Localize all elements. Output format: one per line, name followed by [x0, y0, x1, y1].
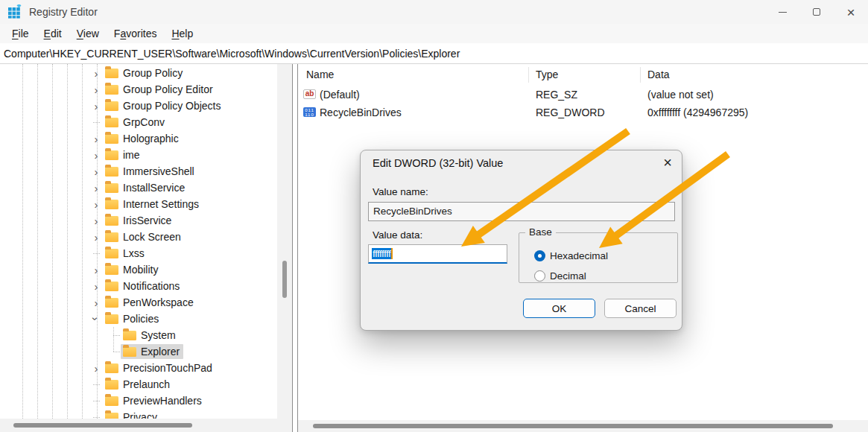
selected-text: ffffffff	[372, 248, 393, 259]
tree-item-notifications[interactable]: ›Notifications	[0, 278, 277, 294]
tree-item-lxss[interactable]: Lxss	[0, 245, 277, 261]
menu-edit[interactable]: Edit	[37, 28, 69, 39]
chevron-right-icon[interactable]: ›	[89, 180, 103, 196]
tree-item-policies[interactable]: ›Policies	[0, 311, 277, 327]
tree-item-group-policy-editor[interactable]: ›Group Policy Editor	[0, 81, 277, 98]
maximize-button[interactable]	[799, 0, 834, 24]
tree-horizontal-scrollbar[interactable]	[0, 419, 292, 432]
chevron-right-icon[interactable]: ›	[89, 212, 103, 229]
tree-item-group-policy[interactable]: ›Group Policy	[0, 65, 277, 81]
chevron-right-icon[interactable]: ›	[89, 163, 103, 180]
menu-view[interactable]: View	[69, 28, 107, 39]
radio-selected-icon	[534, 250, 545, 261]
tree-item-label: Lock Screen	[123, 231, 181, 243]
tree-item-lock-screen[interactable]: ›Lock Screen	[0, 229, 277, 245]
edit-dword-dialog: Edit DWORD (32-bit) Value × Value name: …	[360, 150, 682, 331]
dialog-close-button[interactable]: ×	[663, 154, 672, 171]
address-bar[interactable]: Computer\HKEY_CURRENT_USER\Software\Micr…	[0, 43, 868, 64]
tree-vertical-scrollbar-thumb[interactable]	[282, 261, 287, 298]
tree-item-penworkspace[interactable]: ›PenWorkspace	[0, 294, 277, 311]
ok-button[interactable]: OK	[523, 299, 595, 318]
chevron-right-icon[interactable]: ›	[89, 81, 103, 98]
tree-connector	[89, 245, 103, 261]
tree-item-privacy[interactable]: Privacy	[0, 409, 277, 419]
menu-bar: File Edit View Favorites Help	[0, 24, 868, 43]
chevron-right-icon[interactable]: ›	[89, 147, 103, 163]
radio-decimal[interactable]: Decimal	[534, 269, 586, 282]
tree-item-label: System	[141, 329, 176, 341]
folder-icon	[105, 380, 118, 390]
chevron-right-icon[interactable]: ›	[89, 360, 103, 376]
tree-item-system[interactable]: System	[0, 327, 277, 343]
folder-icon	[123, 347, 136, 357]
tree-item-label: Holographic	[123, 133, 179, 144]
menu-file[interactable]: File	[4, 28, 37, 39]
value-data-label: Value data:	[373, 229, 422, 241]
chevron-right-icon[interactable]: ›	[89, 294, 103, 311]
tree-item-group-policy-objects[interactable]: ›Group Policy Objects	[0, 98, 277, 114]
value-row-recyclebindrives[interactable]: 011110 RecycleBinDrives REG_DWORD 0xffff…	[298, 104, 868, 121]
folder-icon	[105, 265, 118, 275]
column-header-type[interactable]: Type	[536, 69, 558, 80]
column-header-data[interactable]: Data	[647, 69, 670, 80]
minimize-icon	[779, 12, 787, 13]
tree-item-irisservice[interactable]: ›IrisService	[0, 212, 277, 229]
tree-item-installservice[interactable]: ›InstallService	[0, 180, 277, 196]
close-button[interactable]: ×	[834, 0, 868, 24]
value-data-input[interactable]: ffffffff	[368, 244, 507, 264]
tree-item-ime[interactable]: ›ime	[0, 147, 277, 163]
tree-connector	[112, 343, 121, 360]
tree-horizontal-scrollbar-thumb[interactable]	[13, 423, 192, 428]
chevron-right-icon[interactable]: ›	[89, 278, 103, 294]
chevron-right-icon[interactable]: ›	[89, 130, 103, 147]
tree-item-label: Mobility	[123, 264, 158, 276]
folder-icon	[105, 413, 118, 419]
folder-icon	[105, 150, 118, 160]
tree-item-label: ime	[123, 149, 140, 161]
minimize-button[interactable]	[765, 0, 799, 24]
column-separator[interactable]	[528, 67, 529, 83]
chevron-right-icon[interactable]: ›	[89, 261, 103, 278]
folder-icon	[105, 232, 118, 242]
menu-favorites[interactable]: Favorites	[107, 28, 165, 39]
tree-item-prelaunch[interactable]: Prelaunch	[0, 376, 277, 393]
value-name-input[interactable]: RecycleBinDrives	[368, 202, 675, 221]
list-horizontal-scrollbar[interactable]	[298, 420, 868, 432]
tree-item-grpconv[interactable]: GrpConv	[0, 114, 277, 130]
tree-item-previewhandlers[interactable]: PreviewHandlers	[0, 393, 277, 409]
tree-item-internet-settings[interactable]: ›Internet Settings	[0, 196, 277, 212]
registry-tree-pane: ›Group Policy›Group Policy Editor›Group …	[0, 64, 293, 432]
folder-icon	[105, 69, 118, 78]
value-data: 0xffffffff (4294967295)	[647, 104, 748, 121]
tree-item-label: Notifications	[123, 280, 180, 292]
base-group: Base Hexadecimal Decimal	[519, 232, 678, 283]
chevron-right-icon[interactable]: ›	[89, 98, 103, 114]
tree-item-explorer[interactable]: Explorer	[0, 343, 277, 360]
radio-hexadecimal[interactable]: Hexadecimal	[534, 249, 608, 262]
tree-connector	[112, 327, 121, 343]
chevron-right-icon[interactable]: ›	[89, 196, 103, 212]
tree-item-label: Explorer	[141, 346, 180, 358]
cancel-button[interactable]: Cancel	[604, 299, 677, 318]
tree-item-mobility[interactable]: ›Mobility	[0, 261, 277, 278]
list-horizontal-scrollbar-thumb[interactable]	[313, 424, 833, 428]
tree-item-immersiveshell[interactable]: ›ImmersiveShell	[0, 163, 277, 180]
tree-item-label: Lxss	[123, 247, 145, 259]
tree-vertical-scrollbar[interactable]	[277, 64, 292, 419]
column-separator[interactable]	[640, 67, 641, 83]
value-row-default[interactable]: ab (Default) REG_SZ (value not set)	[298, 86, 868, 104]
tree-item-precisiontouchpad[interactable]: ›PrecisionTouchPad	[0, 360, 277, 376]
menu-help[interactable]: Help	[164, 28, 200, 39]
column-header-name[interactable]: Name	[306, 69, 334, 80]
tree-items: ›Group Policy›Group Policy Editor›Group …	[0, 64, 277, 419]
tree-item-holographic[interactable]: ›Holographic	[0, 130, 277, 147]
tree-item-label: Group Policy	[123, 67, 183, 79]
tree-item-label: Policies	[123, 313, 159, 325]
dword-value-icon: 011110	[303, 107, 316, 117]
value-name: RecycleBinDrives	[320, 104, 402, 121]
close-icon: ×	[846, 5, 855, 19]
folder-icon	[105, 396, 118, 406]
chevron-right-icon[interactable]: ›	[89, 65, 103, 81]
chevron-right-icon[interactable]: ›	[89, 229, 103, 245]
chevron-down-icon[interactable]: ›	[88, 312, 104, 325]
